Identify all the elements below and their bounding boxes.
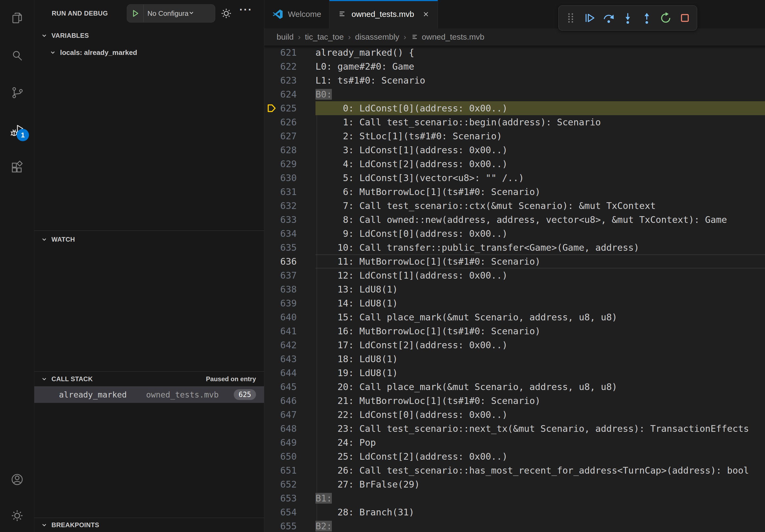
step-out-icon[interactable] (640, 11, 654, 25)
gutter[interactable]: 653 (264, 491, 297, 505)
code-line-629[interactable]: 629 4: LdConst[2](address: 0x00..) (264, 157, 765, 171)
code-line-626[interactable]: 626 1: Call test_scenario::begin(address… (264, 115, 765, 129)
code-line-638[interactable]: 638 13: LdU8(1) (264, 282, 765, 296)
section-call-stack[interactable]: CALL STACK Paused on entry (34, 371, 264, 386)
code-line-642[interactable]: 642 17: LdConst[2](address: 0x00..) (264, 338, 765, 352)
source-control-icon[interactable] (11, 86, 24, 99)
continue-icon[interactable] (583, 11, 597, 25)
gutter[interactable]: 623 (264, 73, 297, 87)
gutter[interactable]: 626 (264, 115, 297, 129)
gutter[interactable]: 648 (264, 421, 297, 435)
gutter[interactable]: 642 (264, 338, 297, 352)
gutter[interactable]: 641 (264, 324, 297, 338)
gutter[interactable]: 646 (264, 394, 297, 408)
gutter[interactable]: 631 (264, 185, 297, 199)
gutter[interactable]: 629 (264, 157, 297, 171)
code-line-635[interactable]: 635 10: Call transfer::public_transfer<G… (264, 241, 765, 254)
code-line-652[interactable]: 652 27: BrFalse(29) (264, 477, 765, 491)
gutter[interactable]: 632 (264, 199, 297, 213)
explorer-icon[interactable] (11, 12, 24, 24)
code-line-634[interactable]: 634 9: LdConst[0](address: 0x00..) (264, 227, 765, 241)
gutter[interactable]: 639 (264, 296, 297, 310)
gutter[interactable]: 630 (264, 171, 297, 185)
gutter[interactable]: 651 (264, 463, 297, 477)
tab-welcome[interactable]: Welcome (264, 0, 330, 28)
gutter[interactable]: 650 (264, 449, 297, 463)
code-line-653[interactable]: 653B1: (264, 491, 765, 505)
run-and-debug-icon[interactable]: 1 (11, 124, 24, 137)
gutter[interactable]: 624 (264, 87, 297, 101)
code-line-630[interactable]: 630 5: LdConst[3](vector<u8>: "" /..) (264, 171, 765, 185)
code-line-654[interactable]: 654 28: Branch(31) (264, 505, 765, 519)
code-line-640[interactable]: 640 15: Call place_mark(&mut Scenario, a… (264, 310, 765, 324)
section-breakpoints[interactable]: BREAKPOINTS (34, 518, 264, 532)
code-line-637[interactable]: 637 12: LdConst[1](address: 0x00..) (264, 268, 765, 282)
breadcrumb-item[interactable]: owned_tests.mvb (422, 32, 484, 42)
code-line-645[interactable]: 645 20: Call place_mark(&mut Scenario, a… (264, 380, 765, 394)
code-line-643[interactable]: 643 18: LdU8(1) (264, 352, 765, 366)
code-line-633[interactable]: 633 8: Call owned::new(address, address,… (264, 213, 765, 227)
stop-icon[interactable] (678, 11, 692, 25)
code-line-649[interactable]: 649 24: Pop (264, 435, 765, 449)
gutter[interactable]: 627 (264, 129, 297, 143)
section-watch[interactable]: WATCH (34, 230, 264, 248)
start-debug-icon[interactable] (127, 5, 144, 22)
breadcrumb-item[interactable]: build (277, 32, 294, 42)
breadcrumb-item[interactable]: disassembly (355, 32, 399, 42)
gutter[interactable]: 654 (264, 505, 297, 519)
code-line-639[interactable]: 639 14: LdU8(1) (264, 296, 765, 310)
restart-icon[interactable] (659, 11, 673, 25)
extensions-icon[interactable] (11, 161, 24, 173)
gutter[interactable]: 647 (264, 408, 297, 421)
gutter[interactable]: 652 (264, 477, 297, 491)
code-line-647[interactable]: 647 22: LdConst[0](address: 0x00..) (264, 408, 765, 421)
code-line-623[interactable]: 623L1: ts#1#0: Scenario (264, 73, 765, 87)
gutter[interactable]: 634 (264, 227, 297, 241)
gutter[interactable]: 637 (264, 268, 297, 282)
gutter[interactable]: 636 (264, 254, 297, 268)
code-line-632[interactable]: 632 7: Call test_scenario::ctx(&mut Scen… (264, 199, 765, 213)
call-stack-frame[interactable]: already_marked owned_tests.mvb 625 (34, 386, 264, 403)
close-tab-icon[interactable] (422, 10, 430, 18)
gutter[interactable]: 655 (264, 519, 297, 532)
code-line-625[interactable]: 625 0: LdConst[0](address: 0x00..) (264, 101, 765, 115)
gutter[interactable]: 643 (264, 352, 297, 366)
step-over-icon[interactable] (602, 11, 616, 25)
gutter[interactable]: 621 (264, 46, 297, 60)
gutter[interactable]: 622 (264, 60, 297, 73)
gutter[interactable]: 628 (264, 143, 297, 157)
code-line-631[interactable]: 631 6: MutBorrowLoc[1](ts#1#0: Scenario) (264, 185, 765, 199)
gutter[interactable]: 649 (264, 435, 297, 449)
code-line-651[interactable]: 651 26: Call test_scenario::has_most_rec… (264, 463, 765, 477)
code-line-622[interactable]: 622L0: game#2#0: Game (264, 60, 765, 73)
code-line-628[interactable]: 628 3: LdConst[1](address: 0x00..) (264, 143, 765, 157)
code-line-648[interactable]: 648 23: Call test_scenario::next_tx(&mut… (264, 421, 765, 435)
code-line-636[interactable]: 636 11: MutBorrowLoc[1](ts#1#0: Scenario… (264, 254, 765, 268)
gutter[interactable]: 640 (264, 310, 297, 324)
code-line-624[interactable]: 624B0: (264, 87, 765, 101)
code-line-646[interactable]: 646 21: MutBorrowLoc[1](ts#1#0: Scenario… (264, 394, 765, 408)
step-into-icon[interactable] (621, 11, 635, 25)
code-line-644[interactable]: 644 19: LdU8(1) (264, 366, 765, 380)
gutter[interactable]: 635 (264, 241, 297, 254)
breadcrumb-item[interactable]: tic_tac_toe (305, 32, 344, 42)
accounts-icon[interactable] (11, 473, 24, 486)
debug-config-dropdown[interactable]: No Configura (127, 4, 215, 23)
code-editor[interactable]: 621already_marked() {622L0: game#2#0: Ga… (264, 46, 765, 532)
variables-locals-row[interactable]: locals: already_marked (34, 45, 264, 61)
gutter[interactable]: 645 (264, 380, 297, 394)
code-line-621[interactable]: 621already_marked() { (264, 46, 765, 60)
gutter[interactable]: 644 (264, 366, 297, 380)
tab-owned-tests[interactable]: owned_tests.mvb (330, 0, 438, 28)
settings-gear-icon[interactable] (11, 509, 24, 522)
code-line-655[interactable]: 655B2: (264, 519, 765, 532)
debug-settings-gear-icon[interactable] (221, 8, 232, 20)
gutter[interactable]: 625 (264, 101, 297, 115)
search-icon[interactable] (11, 50, 24, 62)
gutter[interactable]: 638 (264, 282, 297, 296)
toolbar-drag-grip[interactable] (564, 11, 578, 25)
code-line-641[interactable]: 641 16: MutBorrowLoc[1](ts#1#0: Scenario… (264, 324, 765, 338)
more-actions-icon[interactable]: ··· (239, 4, 253, 16)
code-line-627[interactable]: 627 2: StLoc[1](ts#1#0: Scenario) (264, 129, 765, 143)
section-variables[interactable]: VARIABLES (34, 27, 264, 45)
